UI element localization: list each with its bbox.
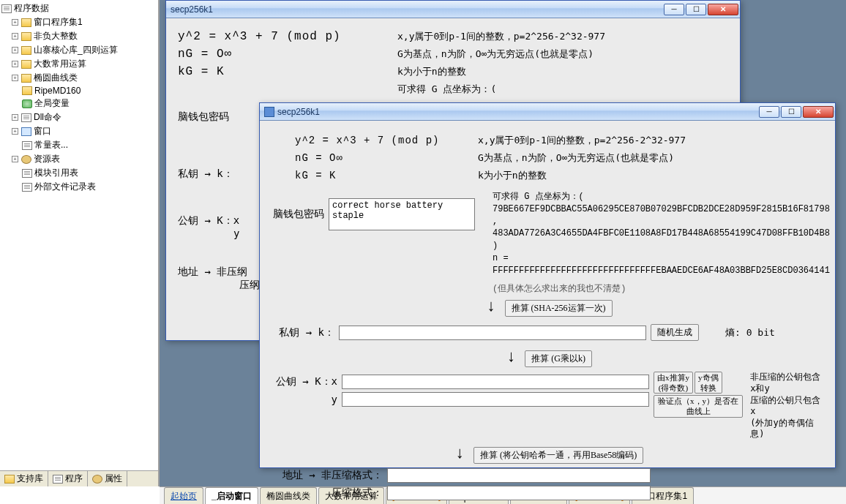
tree-item[interactable]: +Dll命令 [1,110,157,124]
addr-uncompressed-label: 地址 → 非压缩格式： [273,469,383,482]
tree-item-label: 山寨核心库_四则运算 [34,44,118,56]
formula-desc-2-fg: G为基点，n为阶，O∞为无穷远点(也就是零点) [478,151,674,165]
compute-sha256-button[interactable]: 推算 (SHA-256运算一次) [505,300,613,317]
tree-item[interactable]: +非负大整数 [1,29,157,43]
pubkey-x-label: 公钥 → K：x [273,375,337,388]
sidebar-tab-lib[interactable]: 支持库 [0,471,48,486]
item-icon [22,169,32,178]
formula-desc-1: x,y属于0到p-1间的整数，p=2^256-2^32-977 [397,30,605,43]
tree-item[interactable]: 外部文件记录表 [1,180,157,194]
tree-title-label: 程序数据 [14,2,49,15]
formula-desc-3: k为小于n的整数 [397,65,466,78]
tree-item[interactable]: +窗口 [1,124,157,138]
pubkey-x-input[interactable] [342,375,649,389]
tree-item[interactable]: 全局变量 [1,97,157,110]
gear-icon [92,475,102,484]
compute-gmul-button[interactable]: 推算 (G乘以k) [525,350,592,367]
tree-item-label: RipeMD160 [34,86,81,96]
expand-icon[interactable]: + [12,128,18,135]
minimize-button[interactable]: ─ [759,106,779,118]
addr-compressed-input[interactable] [387,486,651,500]
maximize-button[interactable]: ☐ [686,4,706,15]
sidebar-tab-prog[interactable]: 程序 [48,471,88,486]
tree-item-label: 常量表... [34,139,68,151]
workspace: secp256k1 ─ ☐ ✕ y^2 = x^3 + 7 (mod p)x,y… [160,0,846,486]
pubkey-note: 非压缩的公钥包含x和y 压缩的公钥只包含x (外加y的奇偶信息) [750,372,822,440]
expand-icon[interactable]: + [12,19,18,26]
tree-item[interactable]: +大数常用运算 [1,57,157,71]
expand-icon[interactable]: + [12,75,18,81]
tree-item-label: 窗口程序集1 [34,16,83,29]
item-icon [22,141,32,150]
formula-3: kG = K [178,65,397,78]
pubkey-y-input[interactable] [342,392,649,407]
expand-icon[interactable]: + [12,47,18,53]
entropy-label: 熵: 0 bit [725,326,775,339]
titlebar-bg[interactable]: secp256k1 ─ ☐ ✕ [166,1,740,18]
expand-icon[interactable]: + [12,156,18,162]
random-button[interactable]: 随机生成 [651,324,699,341]
book-icon [4,475,15,484]
data-icon [1,4,12,13]
arrow-down-icon: ↓ [456,443,464,462]
foreground-window: secp256k1 ─ ☐ ✕ y^2 = x^3 + 7 (mod p) x,… [259,102,836,468]
addr-compressed-label: 压缩格式： [273,486,383,500]
tree-view[interactable]: 程序数据 +窗口程序集1+非负大整数+山寨核心库_四则运算+大数常用运算+椭圆曲… [0,0,158,195]
window-title: secp256k1 [171,4,662,15]
privkey-input[interactable] [339,326,646,340]
sidebar-tab-prop[interactable]: 属性 [88,471,127,486]
maximize-button[interactable]: ☐ [781,106,801,118]
item-icon [21,155,31,164]
tree-item-label: Dll命令 [34,111,61,124]
compute-base58-button[interactable]: 推算 (将公钥哈希一通，再用Base58编码) [473,447,643,464]
tree-item-label: 模块引用表 [34,167,78,179]
sidebar-tabs: 支持库 程序 属性 [0,470,158,486]
verify-point-button[interactable]: 验证点（x，y）是否在曲线上 [654,395,743,417]
page-icon [53,475,63,484]
pubkey-y-label: y [273,394,337,405]
tree-item[interactable]: 常量表... [1,138,157,152]
minimize-button[interactable]: ─ [664,4,684,15]
tab-start[interactable]: 起始页 [164,487,203,504]
password-input[interactable]: correct horse battery staple [329,198,475,230]
formula-desc-2: G为基点，n为阶，O∞为无穷远点(也就是零点) [397,48,594,61]
arrow-down-icon: ↓ [487,296,495,315]
addr-uncompressed-input[interactable] [387,468,651,483]
expand-icon[interactable]: + [12,114,18,121]
tree-item-label: 大数常用运算 [34,58,86,70]
tab-startup-window[interactable]: _启动窗口 [205,487,258,504]
folder-icon [21,113,31,122]
close-button[interactable]: ✕ [803,106,834,118]
arrow-down-icon: ↓ [507,347,515,365]
folder-icon [21,60,31,69]
titlebar-fg[interactable]: secp256k1 ─ ☐ ✕ [260,103,835,121]
formula-2-fg: nG = O∞ [295,152,478,164]
tree-item[interactable]: +资源表 [1,152,157,166]
note-label: (但具体怎么求出来的我也不清楚) [493,283,830,296]
tree-item[interactable]: +椭圆曲线类 [1,71,157,85]
tree-item-label: 椭圆曲线类 [34,72,78,84]
tree-item[interactable]: +山寨核心库_四则运算 [1,43,157,57]
sidebar: 程序数据 +窗口程序集1+非负大整数+山寨核心库_四则运算+大数常用运算+椭圆曲… [0,0,160,486]
tree-item[interactable]: +窗口程序集1 [1,15,157,29]
derive-y-odd-button[interactable]: 由x推算y (得奇数) [654,372,693,394]
folder-icon [22,86,32,95]
close-button[interactable]: ✕ [708,4,738,15]
tree-item-label: 窗口 [34,125,51,138]
tree-item[interactable]: 模块引用表 [1,166,157,180]
formula-1-fg: y^2 = x^3 + 7 (mod p) [295,135,478,146]
expand-icon[interactable]: + [12,33,18,40]
formula-3-fg: kG = K [295,170,478,181]
app-icon [264,107,274,117]
expand-icon[interactable]: + [12,61,18,67]
window-title-fg: secp256k1 [277,107,757,117]
toggle-y-parity-button[interactable]: y奇偶 转换 [695,372,722,394]
folder-icon [21,74,31,83]
folder-icon [22,99,32,108]
tree-item[interactable]: RipeMD160 [1,85,157,97]
tree-item-label: 全局变量 [34,97,70,110]
folder-icon [21,18,31,27]
formula-desc-3-fg: k为小于n的整数 [478,169,547,182]
formula-2: nG = O∞ [178,48,397,61]
tree-root[interactable]: 程序数据 [1,1,157,15]
